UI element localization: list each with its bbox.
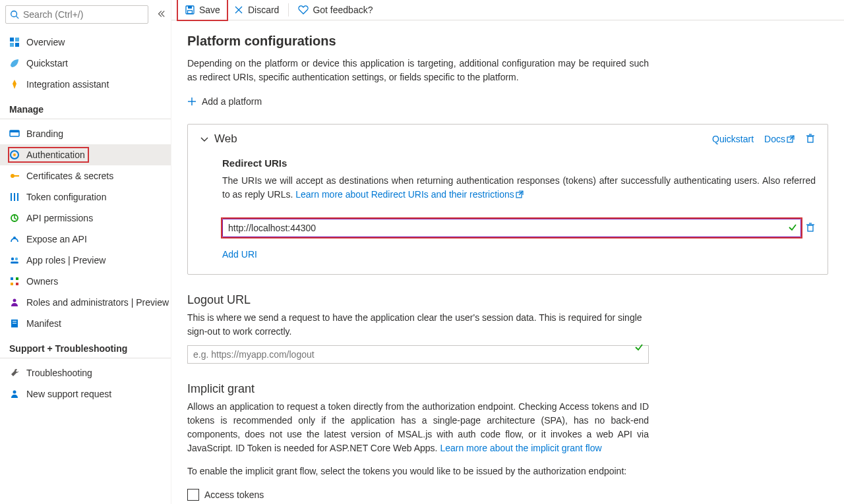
sidebar-item-api-permissions[interactable]: API permissions [0,208,171,229]
logout-url-input[interactable] [187,345,649,364]
sidebar-item-label: Roles and administrators | Preview [26,297,169,308]
heart-icon [298,5,309,15]
redirect-learn-more-label: Learn more about Redirect URIs and their… [295,189,514,200]
svg-point-28 [13,391,16,394]
quickstart-link[interactable]: Quickstart [712,134,754,144]
svg-rect-21 [16,277,18,280]
redirect-learn-more-link[interactable]: Learn more about Redirect URIs and their… [295,189,523,200]
owners-icon [9,276,20,287]
delete-uri-button[interactable] [805,222,816,235]
svg-point-18 [15,258,18,260]
svg-point-16 [13,237,16,239]
overview-icon [9,37,20,47]
web-title: Web [214,132,712,146]
chevron-down-icon[interactable] [200,134,209,144]
sidebar-item-label: Quickstart [26,58,68,69]
manifest-icon [9,318,20,329]
svg-rect-30 [188,6,192,9]
toolbar: Save Discard Got feedback? [171,0,844,20]
sidebar-item-overview[interactable]: Overview [0,32,171,53]
uri-valid-icon [788,223,800,234]
sidebar-item-label: Authentication [26,150,85,160]
sidebar-item-label: Certificates & secrets [26,171,113,181]
token-config-icon [9,192,20,202]
search-input[interactable] [23,9,144,20]
save-icon [185,5,195,15]
close-icon [233,5,244,15]
docs-link[interactable]: Docs [764,134,795,144]
support-icon [9,389,20,399]
logout-desc-text: This is where we send a request to have … [187,311,649,339]
external-link-icon [787,135,795,143]
wrench-icon [9,368,20,378]
web-platform-card: Web Quickstart Docs Redirect URIs The UR… [187,124,828,275]
sidebar-item-owners[interactable]: Owners [0,271,171,292]
nav-top-list: Overview Quickstart Integration assistan… [0,32,171,95]
delete-platform-button[interactable] [805,133,816,146]
key-icon [9,171,20,181]
add-uri-button[interactable]: Add URI [222,249,257,260]
sidebar-item-new-support-request[interactable]: New support request [0,383,171,405]
sidebar-item-label: New support request [26,389,111,399]
svg-rect-23 [16,283,18,285]
svg-rect-5 [15,43,19,47]
svg-rect-22 [11,283,13,285]
sidebar-item-label: App roles | Preview [26,255,106,266]
app-roles-icon [9,255,20,266]
sidebar-item-token-configuration[interactable]: Token configuration [0,186,171,208]
sidebar-section-manage: Manage [0,104,171,115]
logout-valid-icon [634,343,644,354]
svg-line-42 [519,191,523,195]
toolbar-separator [288,3,289,16]
search-box[interactable] [5,5,148,24]
svg-rect-14 [17,193,18,201]
collapse-sidebar-button[interactable] [156,9,166,20]
sidebar-item-label: Expose an API [26,234,87,244]
svg-point-0 [11,11,17,17]
sidebar-item-roles-admins[interactable]: Roles and administrators | Preview [0,292,171,313]
svg-rect-26 [13,321,16,322]
integration-icon [9,79,20,90]
divider [0,119,171,119]
nav-support-list: Troubleshooting New support request [0,362,171,405]
sidebar-item-app-roles[interactable]: App roles | Preview [0,250,171,271]
sidebar-item-certificates-secrets[interactable]: Certificates & secrets [0,165,171,186]
add-platform-button[interactable]: Add a platform [187,96,262,107]
sidebar-item-authentication[interactable]: Authentication [0,144,171,165]
save-button[interactable]: Save [178,0,227,20]
add-platform-label: Add a platform [202,96,262,107]
implicit-grant-section: Implicit grant Allows an application to … [187,382,649,504]
sidebar: Overview Quickstart Integration assistan… [0,0,171,504]
discard-button[interactable]: Discard [227,0,286,20]
sidebar-item-label: API permissions [26,213,93,223]
svg-rect-12 [11,193,12,201]
svg-rect-27 [13,323,16,323]
sidebar-item-manifest[interactable]: Manifest [0,313,171,334]
nav-manage-list: Branding Authentication Certificates & s… [0,123,171,334]
feedback-label: Got feedback? [313,5,373,15]
sidebar-item-branding[interactable]: Branding [0,123,171,144]
redirect-uri-input[interactable] [222,219,801,237]
expose-api-icon [9,234,20,244]
sidebar-item-troubleshooting[interactable]: Troubleshooting [0,362,171,383]
implicit-learn-more-link[interactable]: Learn more about the implicit grant flow [440,443,601,453]
authentication-icon [9,150,20,160]
platform-configurations-heading: Platform configurations [187,34,828,49]
docs-link-label: Docs [764,134,785,144]
sidebar-item-label: Owners [26,276,58,287]
sidebar-item-label: Troubleshooting [26,368,92,378]
sidebar-item-label: Manifest [26,318,61,329]
sidebar-item-quickstart[interactable]: Quickstart [0,53,171,74]
sidebar-item-expose-an-api[interactable]: Expose an API [0,229,171,250]
svg-point-17 [11,258,14,260]
feedback-button[interactable]: Got feedback? [291,0,379,20]
platform-desc-text: Depending on the platform or device this… [187,57,649,84]
external-link-icon [516,190,524,198]
api-permissions-icon [9,213,20,223]
sidebar-item-integration-assistant[interactable]: Integration assistant [0,74,171,95]
svg-rect-2 [10,38,14,42]
svg-rect-4 [10,43,14,47]
discard-label: Discard [248,5,279,15]
sidebar-item-label: Token configuration [26,192,106,202]
access-tokens-checkbox[interactable] [187,489,199,501]
